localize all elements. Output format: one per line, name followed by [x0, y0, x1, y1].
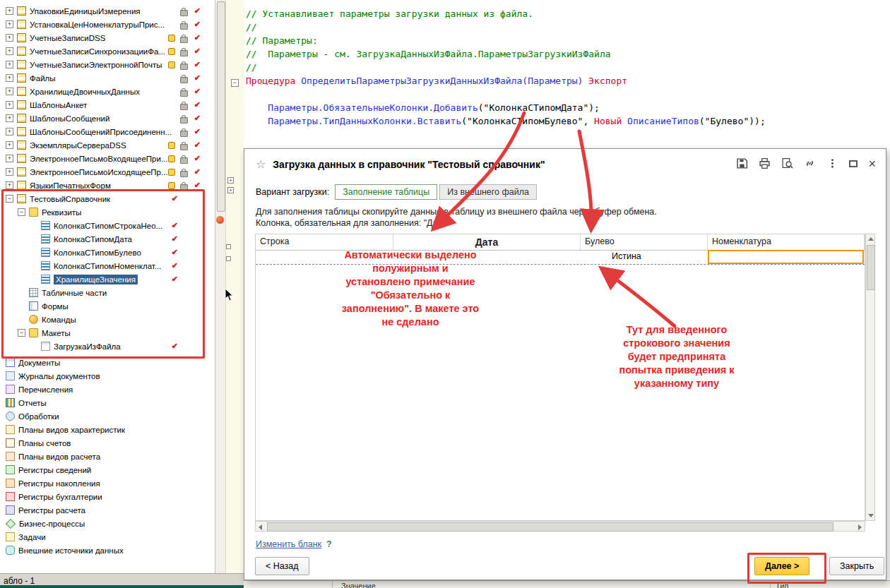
column-header[interactable]: Строка [256, 234, 393, 250]
tree-expand-toggle[interactable]: − [18, 208, 25, 216]
scroll-down-icon[interactable] [868, 514, 874, 517]
table-cell[interactable] [256, 250, 393, 264]
tree-expand-toggle[interactable]: + [6, 20, 13, 28]
tree-expand-toggle[interactable]: + [6, 101, 13, 109]
tree-item[interactable]: +ШаблоныСообщенийПрисоединенн...✔ [0, 125, 215, 138]
tree-item[interactable]: −Реквизиты [0, 205, 215, 219]
tree-section-item[interactable]: Бизнес-процессы [0, 517, 215, 530]
tree-item[interactable]: +УчетныеЗаписиСинхронизацииФа...✔ [0, 44, 215, 58]
tree-section-item[interactable]: Обработки [0, 409, 215, 423]
tree-item[interactable]: −ТестовыйСправочник✔ [0, 192, 215, 205]
metadata-tree[interactable]: +УпаковкиЕдиницыИзмерения✔+УстановкаЦенН… [0, 0, 215, 573]
tree-section-item[interactable]: Планы видов характеристик [0, 423, 215, 436]
grid-vertical-scrollbar[interactable] [865, 234, 875, 521]
close-button[interactable]: Закрыть [829, 557, 884, 575]
tree-expand-toggle[interactable]: + [6, 114, 13, 122]
print-icon[interactable] [759, 157, 771, 169]
favorite-star-icon[interactable]: ☆ [256, 157, 266, 171]
next-button[interactable]: Далее > [754, 557, 809, 575]
tree-expand-toggle[interactable]: + [6, 168, 13, 176]
code-fold-expand-icon[interactable] [226, 244, 231, 249]
tree-expand-toggle[interactable]: + [6, 47, 13, 55]
tree-scrollbar-thumb[interactable] [217, 1, 225, 212]
tree-section-item[interactable]: Регистры сведений [0, 463, 215, 476]
tree-expand-toggle[interactable]: + [6, 128, 13, 136]
tree-item[interactable]: КолонкаСТипомДата✔ [0, 232, 215, 246]
tree-section-item[interactable]: Регистры расчета [0, 503, 215, 517]
data-grid-body[interactable]: СтрокаДатаБулевоНоменклатура Истина [255, 234, 865, 521]
tree-item[interactable]: ЗагрузкаИзФайла✔ [0, 340, 215, 353]
code-fold-expand-icon[interactable]: + [227, 177, 234, 184]
tree-item[interactable]: −Макеты [0, 326, 215, 340]
tree-item[interactable]: +ЯзыкиПечатныхФорм✔ [0, 179, 215, 192]
tree-expand-toggle[interactable]: + [6, 155, 13, 162]
scroll-up-icon[interactable] [868, 237, 874, 241]
tree-section-item[interactable]: Регистры бухгалтерии [0, 490, 215, 503]
tree-item[interactable]: +ШаблоныАнкет✔ [0, 98, 215, 112]
column-header[interactable]: Номенклатура [708, 234, 865, 250]
tree-section-item[interactable]: Отчеты [0, 396, 215, 409]
tree-section-item[interactable]: Планы видов расчета [0, 450, 215, 463]
tree-item[interactable]: КолонкаСТипомСтрокаНео...✔ [0, 219, 215, 232]
tree-item[interactable]: +ШаблоныСообщений✔ [0, 112, 215, 125]
tree-section-item[interactable]: Планы счетов [0, 436, 215, 450]
grid-hscroll-thumb[interactable] [267, 522, 833, 532]
tree-expand-toggle[interactable]: + [6, 74, 13, 82]
code-fold-expand-icon[interactable] [226, 256, 231, 261]
tree-item[interactable]: +ХранилищеДвоичныхДанных✔ [0, 85, 215, 98]
tree-item[interactable]: +УпаковкиЕдиницыИзмерения✔ [0, 4, 215, 18]
tree-section-item[interactable]: Перечисления [0, 383, 215, 396]
tree-item[interactable]: +ЭкземплярыСервераDSS✔ [0, 138, 215, 152]
column-header[interactable]: Дата [393, 234, 581, 250]
variant-option-button[interactable]: Из внешнего файла [439, 184, 537, 200]
tree-item[interactable]: +Файлы✔ [0, 71, 215, 85]
table-cell[interactable] [393, 250, 581, 264]
tree-section-item[interactable]: Внешние источники данных [0, 544, 215, 557]
variant-option-button[interactable]: Заполнение таблицы [335, 184, 437, 200]
tree-expand-toggle[interactable]: + [6, 7, 13, 15]
preview-icon[interactable] [781, 157, 793, 169]
grid-vscroll-thumb[interactable] [867, 245, 875, 290]
tree-item[interactable]: +УчетныеЗаписиDSS✔ [0, 31, 215, 44]
scroll-left-icon[interactable] [259, 524, 262, 530]
tree-expand-toggle[interactable]: + [6, 88, 13, 95]
table-row[interactable]: Истина [256, 250, 865, 265]
tree-item[interactable]: ХранилищеЗначения✔ [0, 272, 215, 286]
back-button[interactable]: < Назад [255, 557, 309, 575]
tree-item[interactable]: КолонкаСТипомНоменклат...✔ [0, 259, 215, 272]
scroll-right-icon[interactable] [858, 524, 862, 530]
tree-section-item[interactable]: Документы [0, 356, 215, 369]
tree-scrollbar[interactable] [215, 0, 225, 573]
column-header[interactable]: Булево [581, 234, 708, 250]
close-icon[interactable]: × [868, 159, 876, 169]
help-question-mark[interactable]: ? [326, 539, 332, 549]
tree-item[interactable]: +УстановкаЦенНоменклатурыПрис...✔ [0, 18, 215, 31]
tree-expand-toggle[interactable]: + [6, 141, 13, 149]
code-editor[interactable]: // Устанавливает параметры загрузки данн… [246, 7, 766, 128]
tree-section-item[interactable]: Регистры накопления [0, 476, 215, 490]
tree-item[interactable]: Команды [0, 313, 215, 326]
edit-template-link[interactable]: Изменить бланк [256, 539, 321, 549]
save-icon[interactable] [736, 157, 748, 169]
tree-item[interactable]: Формы [0, 299, 215, 313]
tree-expand-toggle[interactable]: − [18, 329, 25, 337]
tree-expand-toggle[interactable]: + [6, 34, 13, 42]
tree-expand-toggle[interactable]: + [6, 181, 13, 189]
tree-expand-toggle[interactable]: + [6, 61, 13, 68]
more-icon[interactable] [826, 157, 838, 169]
code-fold-collapse-icon[interactable]: − [231, 79, 239, 87]
table-cell[interactable]: Истина [581, 250, 708, 264]
tree-item[interactable]: +ЭлектронноеПисьмоВходящееПри...✔ [0, 152, 215, 165]
grid-horizontal-scrollbar[interactable] [255, 521, 865, 532]
tree-section-item[interactable]: Журналы документов [0, 369, 215, 383]
tree-item[interactable]: Табличные части [0, 286, 215, 299]
tree-item[interactable]: +ЭлектронноеПисьмоИсходящееПр...✔ [0, 165, 215, 179]
tree-item[interactable]: +УчетныеЗаписиЭлектроннойПочты✔ [0, 58, 215, 71]
code-fold-expand-icon[interactable]: + [227, 187, 234, 193]
tree-section-item[interactable]: Задачи [0, 530, 215, 544]
tree-expand-toggle[interactable]: − [6, 195, 13, 203]
tree-item[interactable]: КолонкаСТипомБулево✔ [0, 246, 215, 259]
link-icon[interactable] [804, 157, 816, 169]
maximize-icon[interactable] [849, 160, 858, 167]
active-cell[interactable] [708, 250, 864, 264]
